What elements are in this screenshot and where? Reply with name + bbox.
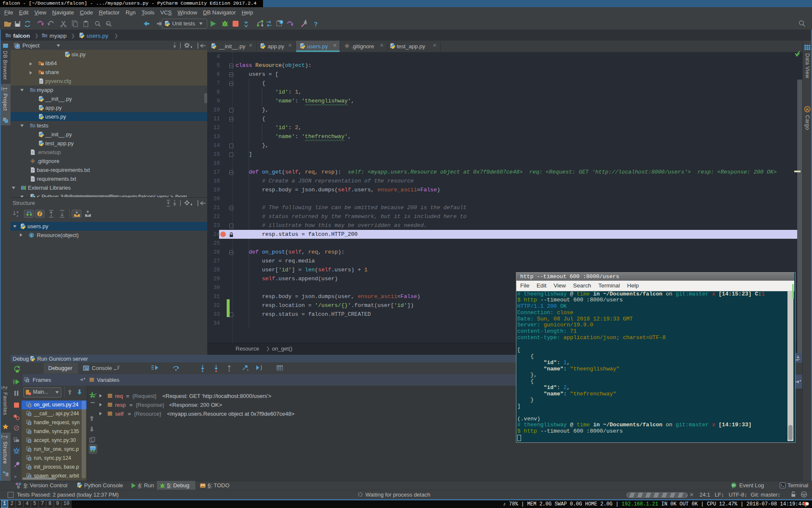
svg-text:a: a <box>16 210 19 214</box>
svg-text:9+: 9+ <box>732 483 736 487</box>
svg-text:A: A <box>107 22 109 25</box>
svg-text:R: R <box>806 108 809 112</box>
svg-text:z: z <box>16 214 18 218</box>
svg-text:»: » <box>14 474 16 479</box>
svg-text:?: ? <box>314 20 318 28</box>
